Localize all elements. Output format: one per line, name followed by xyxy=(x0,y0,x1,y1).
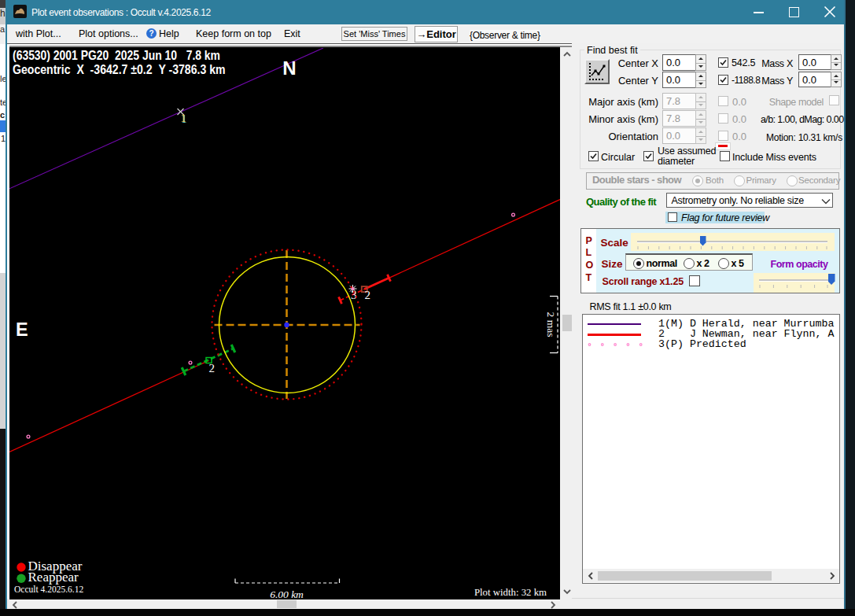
svg-text:Plot width: 32 km: Plot width: 32 km xyxy=(474,587,546,598)
svg-text:1: 1 xyxy=(180,113,186,124)
svg-text:E: E xyxy=(16,319,28,340)
svg-text:3: 3 xyxy=(351,289,357,301)
svg-text:N: N xyxy=(282,57,296,79)
svg-text:Reappear: Reappear xyxy=(28,570,79,585)
svg-text:2: 2 xyxy=(208,362,215,374)
svg-text:2: 2 xyxy=(364,289,370,301)
svg-text:Occult 4.2025.6.12: Occult 4.2025.6.12 xyxy=(14,585,83,594)
svg-text:(63530) 2001 PG20 2025 Jun 10: (63530) 2001 PG20 2025 Jun 10 7.8 km xyxy=(13,48,220,63)
svg-text:6.00 km: 6.00 km xyxy=(270,588,304,600)
svg-text:2 mas: 2 mas xyxy=(544,312,556,338)
svg-text:Geocentric X -3642.7 ±0.2 Y: Geocentric X -3642.7 ±0.2 Y -3786.3 km xyxy=(13,62,226,77)
